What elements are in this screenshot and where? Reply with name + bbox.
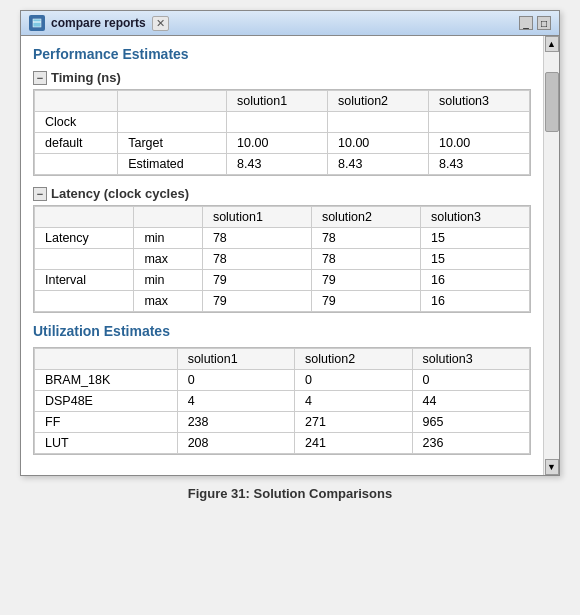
title-bar: compare reports ✕ _ □ [21,11,559,36]
timing-col-empty1 [35,91,118,112]
util-ff-sol3: 965 [412,412,529,433]
lat-max-sol1: 78 [202,249,311,270]
table-row: Estimated 8.43 8.43 8.43 [35,154,530,175]
util-col-empty [35,349,178,370]
lat-interval-max-sol2: 79 [311,291,420,312]
lat-col-sol3: solution3 [420,207,529,228]
timing-estimated-label: Estimated [118,154,227,175]
util-bram-sol1: 0 [177,370,294,391]
timing-default-label: default [35,133,118,154]
timing-clock-sol2 [328,112,429,133]
timing-subsection: − Timing (ns) solution1 solution2 soluti… [33,70,531,176]
lat-min-sol3: 15 [420,228,529,249]
lat-interval-max-label: max [134,291,202,312]
util-bram-sol3: 0 [412,370,529,391]
timing-table-wrapper: solution1 solution2 solution3 Clock [33,89,531,176]
util-dsp-sol3: 44 [412,391,529,412]
lat-col-empty2 [134,207,202,228]
util-col-sol3: solution3 [412,349,529,370]
scrollbar: ▲ ▼ [543,36,559,475]
util-bram-label: BRAM_18K [35,370,178,391]
lat-interval-min-label: min [134,270,202,291]
lat-empty [35,249,134,270]
lat-min-sol1: 78 [202,228,311,249]
svg-rect-0 [33,19,41,27]
maximize-button[interactable]: □ [537,16,551,30]
timing-row-clock: Clock [35,112,118,133]
table-row: LUT 208 241 236 [35,433,530,454]
util-lut-sol3: 236 [412,433,529,454]
util-dsp-sol2: 4 [295,391,412,412]
window-controls: _ □ [519,16,551,30]
title-bar-left: compare reports ✕ [29,15,169,31]
table-row: default Target 10.00 10.00 10.00 [35,133,530,154]
timing-header: − Timing (ns) [33,70,531,85]
timing-collapse-icon[interactable]: − [33,71,47,85]
timing-target-sol3: 10.00 [428,133,529,154]
timing-target-label: Target [118,133,227,154]
utilization-table: solution1 solution2 solution3 BRAM_18K 0… [34,348,530,454]
table-row: FF 238 271 965 [35,412,530,433]
timing-estimated-sol1: 8.43 [227,154,328,175]
util-lut-sol1: 208 [177,433,294,454]
table-row: BRAM_18K 0 0 0 [35,370,530,391]
util-ff-label: FF [35,412,178,433]
timing-target-sol1: 10.00 [227,133,328,154]
utilization-section: Utilization Estimates solution1 solution… [33,323,531,455]
latency-subsection: − Latency (clock cycles) solution1 solut… [33,186,531,313]
timing-estimated-sol3: 8.43 [428,154,529,175]
minimize-button[interactable]: _ [519,16,533,30]
table-row: max 78 78 15 [35,249,530,270]
timing-empty [35,154,118,175]
lat-interval-min-sol3: 16 [420,270,529,291]
figure-caption: Figure 31: Solution Comparisons [188,486,392,501]
lat-interval-label: Interval [35,270,134,291]
lat-max-sol2: 78 [311,249,420,270]
lat-interval-max-sol1: 79 [202,291,311,312]
scroll-thumb[interactable] [545,72,559,132]
window-icon [29,15,45,31]
util-lut-label: LUT [35,433,178,454]
util-dsp-label: DSP48E [35,391,178,412]
lat-interval-max-sol3: 16 [420,291,529,312]
timing-target-sol2: 10.00 [328,133,429,154]
content-area: Performance Estimates − Timing (ns) solu… [21,36,559,475]
table-row: Clock [35,112,530,133]
table-row: DSP48E 4 4 44 [35,391,530,412]
table-row: solution1 solution2 solution3 [35,91,530,112]
timing-col-empty2 [118,91,227,112]
util-lut-sol2: 241 [295,433,412,454]
timing-table: solution1 solution2 solution3 Clock [34,90,530,175]
scroll-down-button[interactable]: ▼ [545,459,559,475]
scroll-content: Performance Estimates − Timing (ns) solu… [21,36,543,475]
latency-collapse-icon[interactable]: − [33,187,47,201]
timing-clock-sol3 [428,112,529,133]
table-row: Latency min 78 78 15 [35,228,530,249]
window-title: compare reports [51,16,146,30]
lat-min-label: min [134,228,202,249]
timing-estimated-sol2: 8.43 [328,154,429,175]
scroll-up-button[interactable]: ▲ [545,36,559,52]
utilization-table-wrapper: solution1 solution2 solution3 BRAM_18K 0… [33,347,531,455]
timing-clock-sol1 [227,112,328,133]
util-bram-sol2: 0 [295,370,412,391]
close-tab-button[interactable]: ✕ [152,16,169,31]
lat-max-sol3: 15 [420,249,529,270]
lat-col-sol2: solution2 [311,207,420,228]
compare-reports-window: compare reports ✕ _ □ Performance Estima… [20,10,560,476]
table-row: max 79 79 16 [35,291,530,312]
util-col-sol1: solution1 [177,349,294,370]
lat-interval-empty [35,291,134,312]
util-col-sol2: solution2 [295,349,412,370]
lat-interval-min-sol1: 79 [202,270,311,291]
latency-table: solution1 solution2 solution3 Latency mi… [34,206,530,312]
timing-col-sol2: solution2 [328,91,429,112]
performance-section-title: Performance Estimates [33,46,531,62]
lat-latency-label: Latency [35,228,134,249]
lat-min-sol2: 78 [311,228,420,249]
util-ff-sol1: 238 [177,412,294,433]
table-row: solution1 solution2 solution3 [35,349,530,370]
table-row: solution1 solution2 solution3 [35,207,530,228]
lat-interval-min-sol2: 79 [311,270,420,291]
latency-table-wrapper: solution1 solution2 solution3 Latency mi… [33,205,531,313]
